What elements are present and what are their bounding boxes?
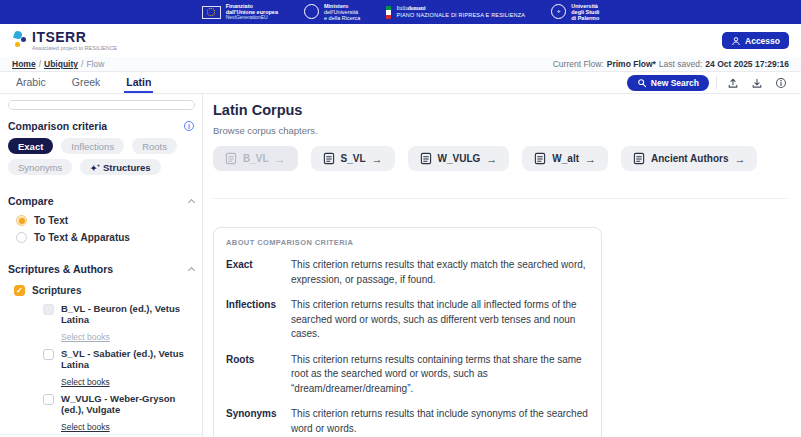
download-button[interactable]	[748, 75, 765, 90]
eu-text-line3: NextGenerationEU	[226, 15, 278, 21]
page-title: Latin Corpus	[213, 102, 787, 118]
flow-strip: Home / Ubiquity / Flow Current Flow: Pri…	[0, 57, 801, 72]
breadcrumb-home[interactable]: Home	[12, 59, 36, 69]
app-header: ITSERR Associated project to RESILIENCE …	[0, 24, 801, 57]
pill-structures[interactable]: ✦+Structures	[80, 159, 160, 175]
radio-selected-icon	[16, 215, 27, 226]
tab-arabic[interactable]: Arabic	[14, 72, 48, 93]
scripture-label-wvulg[interactable]: W_VULG - Weber-Gryson (ed.), Vulgate	[61, 394, 194, 416]
radio-to-text[interactable]: To Text	[16, 215, 194, 226]
new-search-button[interactable]: New Search	[627, 75, 709, 91]
italiadomani-logo: Italiadomani PIANO NAZIONALE DI RIPRESA …	[386, 6, 525, 19]
scripture-label-bvl[interactable]: B_VL - Beuron (ed.), Vetus Latina	[61, 304, 194, 326]
scriptures-authors-title: Scriptures & Authors	[8, 263, 113, 275]
funding-topbar: Finanziato dall'Unione europea NextGener…	[0, 0, 801, 24]
mur-logo: Ministero dell'Università e della Ricerc…	[304, 3, 360, 21]
login-button[interactable]: Accesso	[722, 32, 789, 49]
itserr-logo[interactable]: ITSERR Associated project to RESILIENCE	[12, 30, 117, 52]
scriptures-group-label: Scriptures	[32, 285, 81, 296]
sparkles-icon: ✦+	[90, 162, 100, 173]
document-icon	[225, 152, 237, 165]
pill-synonyms[interactable]: Synonyms	[8, 159, 72, 175]
chevron-up-icon[interactable]	[188, 266, 195, 273]
breadcrumb: Home / Ubiquity / Flow	[12, 59, 104, 69]
radio-unselected-icon	[16, 232, 27, 243]
arrow-right-icon: →	[585, 153, 596, 165]
about-term: Synonyms	[226, 407, 291, 436]
compare-options: To Text To Text & Apparatus	[16, 215, 194, 243]
pill-roots[interactable]: Roots	[132, 138, 177, 154]
tab-latin[interactable]: Latin	[124, 72, 153, 93]
about-row-inflections: Inflections This criterion returns resul…	[226, 298, 589, 342]
breadcrumb-separator: /	[81, 59, 83, 69]
select-books-link-bvl[interactable]: Select books	[61, 332, 110, 342]
chapter-chip-ancient-authors[interactable]: Ancient Authors →	[621, 146, 757, 171]
checkbox-unchecked-icon[interactable]	[43, 349, 54, 360]
scripture-label-svl[interactable]: S_VL - Sabatier (ed.), Vetus Latina	[61, 349, 194, 371]
document-icon	[420, 152, 432, 165]
chapter-chip-label: W_VULG	[438, 153, 481, 164]
flow-status: Current Flow: Primo Flow* Last saved: 24…	[553, 59, 789, 69]
checkbox-checked-icon: ✓	[14, 285, 25, 296]
radio-to-text-apparatus[interactable]: To Text & Apparatus	[16, 232, 194, 243]
arrow-right-icon: →	[734, 153, 745, 165]
search-icon	[637, 78, 647, 88]
pill-exact[interactable]: Exact	[8, 138, 53, 154]
eu-funding-logo: Finanziato dall'Unione europea NextGener…	[202, 3, 278, 21]
scripture-list: B_VL - Beuron (ed.), Vetus Latina Select…	[43, 304, 194, 434]
upload-button[interactable]	[724, 75, 741, 90]
chapter-chip-svl[interactable]: S_VL →	[311, 146, 395, 171]
about-comparison-criteria-card: ABOUT COMPARISON CRITERIA Exact This cri…	[213, 227, 602, 437]
toolbar-divider	[716, 76, 717, 90]
arrow-right-icon: →	[275, 153, 286, 165]
chevron-up-icon[interactable]	[188, 198, 195, 205]
chapter-chip-walt[interactable]: W_alt →	[522, 146, 608, 171]
radio-to-text-apparatus-label: To Text & Apparatus	[34, 232, 130, 243]
tab-greek[interactable]: Greek	[70, 72, 103, 93]
about-description: This criterion returns results containin…	[291, 353, 589, 397]
radio-to-text-label: To Text	[34, 215, 68, 226]
info-icon	[775, 77, 787, 89]
criteria-info-icon[interactable]: i	[184, 121, 194, 131]
breadcrumb-ubiquity[interactable]: Ubiquity	[44, 59, 78, 69]
select-books-link-wvulg[interactable]: Select books	[61, 422, 110, 432]
scriptures-checkbox-row[interactable]: ✓ Scriptures	[14, 285, 194, 296]
upload-icon	[727, 77, 739, 89]
about-row-synonyms: Synonyms This criterion returns results …	[226, 407, 589, 436]
italy-flag-icon	[386, 6, 391, 19]
search-input[interactable]	[8, 100, 195, 110]
about-description: This criterion returns results that exac…	[291, 258, 589, 287]
select-books-link-svl[interactable]: Select books	[61, 377, 110, 387]
italiadomani-title-part2: domani	[408, 5, 426, 11]
pill-inflections[interactable]: Inflections	[61, 138, 124, 154]
unipa-text-line3: di Palermo	[571, 15, 599, 21]
about-description: This criterion returns results that incl…	[291, 407, 589, 436]
last-saved-value: 24 Oct 2025 17:29:16	[705, 59, 789, 69]
list-item-bvl: B_VL - Beuron (ed.), Vetus Latina Select…	[43, 304, 194, 344]
chapter-chip-label: S_VL	[341, 153, 366, 164]
checkbox-unchecked-icon[interactable]	[43, 394, 54, 405]
breadcrumb-separator: /	[39, 59, 41, 69]
about-description: This criterion returns results that incl…	[291, 298, 589, 342]
itserr-logo-mark-icon	[12, 30, 28, 48]
list-item-svl: S_VL - Sabatier (ed.), Vetus Latina Sele…	[43, 349, 194, 389]
corpus-chapter-chips: B_VL → S_VL → W_VULG → W_alt →	[213, 146, 787, 171]
main-divider	[213, 198, 787, 199]
chapter-chip-label: Ancient Authors	[651, 153, 728, 164]
new-search-label: New Search	[651, 78, 699, 88]
arrow-right-icon: →	[372, 153, 383, 165]
about-card-title: ABOUT COMPARISON CRITERIA	[226, 238, 589, 247]
about-row-roots: Roots This criterion returns results con…	[226, 353, 589, 397]
mur-emblem-icon	[304, 4, 319, 19]
info-button[interactable]	[772, 75, 789, 90]
document-icon	[633, 152, 645, 165]
italiadomani-title-part1: Italia	[396, 5, 407, 11]
about-row-exact: Exact This criterion returns results tha…	[226, 258, 589, 287]
mur-text-line3: e della Ricerca	[324, 15, 360, 21]
about-term: Roots	[226, 353, 291, 397]
chapter-chip-wvulg[interactable]: W_VULG →	[408, 146, 510, 171]
chapter-chip-label: W_alt	[552, 153, 579, 164]
checkbox-disabled-icon[interactable]	[43, 304, 54, 315]
chapter-chip-bvl[interactable]: B_VL →	[213, 146, 298, 171]
last-saved-label: Last saved:	[659, 59, 702, 69]
